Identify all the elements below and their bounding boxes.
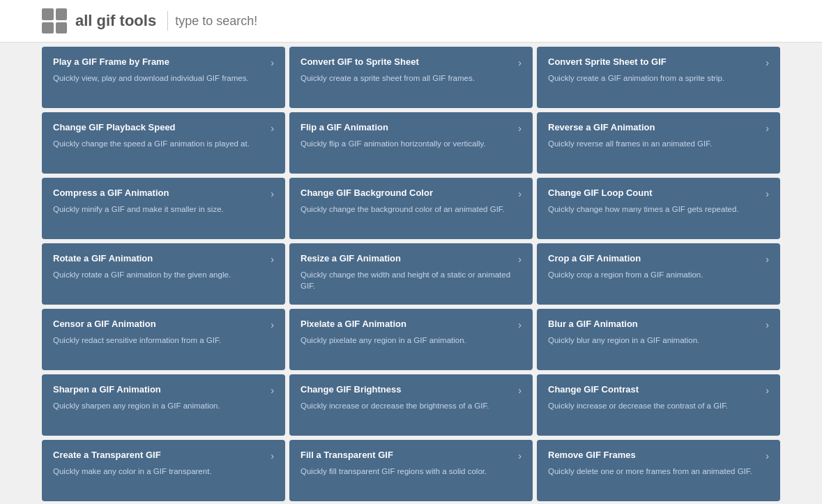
tool-title: Remove GIF Frames <box>548 450 766 461</box>
header-divider <box>167 11 168 31</box>
tool-card-header: Pixelate a GIF Animation › <box>300 319 522 330</box>
arrow-icon: › <box>766 385 769 396</box>
tool-card-convert-gif-sprite[interactable]: Convert GIF to Sprite Sheet › Quickly cr… <box>289 47 533 108</box>
tool-title: Rotate a GIF Animation <box>53 253 271 265</box>
arrow-icon: › <box>766 450 769 461</box>
tool-desc: Quickly increase or decrease the contras… <box>548 400 769 411</box>
tool-card-header: Convert GIF to Sprite Sheet › <box>300 56 522 68</box>
tool-card-blur-gif[interactable]: Blur a GIF Animation › Quickly blur any … <box>537 309 780 370</box>
tool-card-header: Create a Transparent GIF › <box>53 450 274 461</box>
arrow-icon: › <box>271 123 274 134</box>
arrow-icon: › <box>518 57 522 68</box>
logo-icon <box>42 8 67 33</box>
search-input[interactable] <box>175 14 356 29</box>
arrow-icon: › <box>766 123 769 134</box>
tool-card-header: Change GIF Playback Speed › <box>53 122 274 134</box>
tool-desc: Quickly view, play and download individu… <box>53 72 274 84</box>
arrow-icon: › <box>766 57 769 68</box>
tool-desc: Quickly reverse all frames in an animate… <box>548 138 769 149</box>
tool-desc: Quickly pixelate any region in a GIF ani… <box>300 335 522 346</box>
tool-card-header: Change GIF Loop Count › <box>548 188 769 199</box>
tool-card-header: Change GIF Brightness › <box>300 384 522 396</box>
tool-card-change-gif-bg[interactable]: Change GIF Background Color › Quickly ch… <box>289 178 533 239</box>
tool-title: Censor a GIF Animation <box>53 319 271 330</box>
tool-card-crop-gif[interactable]: Crop a GIF Animation › Quickly crop a re… <box>537 243 780 305</box>
tool-card-change-gif-brightness[interactable]: Change GIF Brightness › Quickly increase… <box>289 374 533 436</box>
tool-card-fill-transparent-gif[interactable]: Fill a Transparent GIF › Quickly fill tr… <box>289 440 533 501</box>
tool-desc: Quickly minify a GIF and make it smaller… <box>53 204 274 215</box>
arrow-icon: › <box>271 319 274 330</box>
tool-desc: Quickly make any color in a GIF transpar… <box>53 466 274 477</box>
tool-title: Change GIF Playback Speed <box>53 122 271 134</box>
tool-card-header: Remove GIF Frames › <box>548 450 769 461</box>
tool-desc: Quickly change the width and height of a… <box>300 269 522 291</box>
tool-card-play-gif-frame[interactable]: Play a GIF Frame by Frame › Quickly view… <box>42 47 285 108</box>
arrow-icon: › <box>518 123 522 134</box>
arrow-icon: › <box>271 254 274 265</box>
tool-title: Blur a GIF Animation <box>548 319 766 330</box>
tool-card-change-gif-loop[interactable]: Change GIF Loop Count › Quickly change h… <box>537 178 780 239</box>
tool-desc: Quickly blur any region in a GIF animati… <box>548 335 769 346</box>
tool-card-header: Resize a GIF Animation › <box>300 253 522 265</box>
tool-card-reverse-gif[interactable]: Reverse a GIF Animation › Quickly revers… <box>537 112 780 174</box>
arrow-icon: › <box>271 450 274 461</box>
tool-card-convert-sprite-gif[interactable]: Convert Sprite Sheet to GIF › Quickly cr… <box>537 47 780 108</box>
tool-desc: Quickly fill transparent GIF regions wit… <box>300 466 522 477</box>
arrow-icon: › <box>518 319 522 330</box>
tool-title: Create a Transparent GIF <box>53 450 271 461</box>
tool-card-remove-gif-frames[interactable]: Remove GIF Frames › Quickly delete one o… <box>537 440 780 501</box>
tool-desc: Quickly redact sensitive information fro… <box>53 335 274 346</box>
tool-card-sharpen-gif[interactable]: Sharpen a GIF Animation › Quickly sharpe… <box>42 374 285 436</box>
tool-title: Change GIF Background Color <box>300 188 518 199</box>
arrow-icon: › <box>518 188 522 199</box>
tool-card-header: Compress a GIF Animation › <box>53 188 274 199</box>
arrow-icon: › <box>766 254 769 265</box>
tool-title: Change GIF Brightness <box>300 384 518 396</box>
tool-desc: Quickly increase or decrease the brightn… <box>300 400 522 411</box>
arrow-icon: › <box>271 188 274 199</box>
tool-desc: Quickly delete one or more frames from a… <box>548 466 769 477</box>
tool-title: Change GIF Loop Count <box>548 188 766 199</box>
tool-card-censor-gif[interactable]: Censor a GIF Animation › Quickly redact … <box>42 309 285 370</box>
arrow-icon: › <box>271 57 274 68</box>
tool-card-header: Convert Sprite Sheet to GIF › <box>548 56 769 68</box>
tool-title: Reverse a GIF Animation <box>548 122 766 134</box>
tool-title: Compress a GIF Animation <box>53 188 271 199</box>
header-title: all gif tools <box>75 12 156 30</box>
arrow-icon: › <box>518 385 522 396</box>
tool-card-rotate-gif[interactable]: Rotate a GIF Animation › Quickly rotate … <box>42 243 285 305</box>
tool-title: Flip a GIF Animation <box>300 122 518 134</box>
tool-card-create-transparent-gif[interactable]: Create a Transparent GIF › Quickly make … <box>42 440 285 501</box>
arrow-icon: › <box>766 188 769 199</box>
tool-desc: Quickly create a sprite sheet from all G… <box>300 72 522 84</box>
tool-card-header: Change GIF Contrast › <box>548 384 769 396</box>
tool-card-flip-gif[interactable]: Flip a GIF Animation › Quickly flip a GI… <box>289 112 533 174</box>
arrow-icon: › <box>518 450 522 461</box>
tool-desc: Quickly sharpen any region in a GIF anim… <box>53 400 274 411</box>
header: all gif tools <box>0 0 822 43</box>
arrow-icon: › <box>518 254 522 265</box>
tool-card-change-gif-speed[interactable]: Change GIF Playback Speed › Quickly chan… <box>42 112 285 174</box>
tool-card-header: Crop a GIF Animation › <box>548 253 769 265</box>
tool-title: Convert Sprite Sheet to GIF <box>548 56 766 68</box>
tool-title: Pixelate a GIF Animation <box>300 319 518 330</box>
tool-card-header: Censor a GIF Animation › <box>53 319 274 330</box>
tool-title: Play a GIF Frame by Frame <box>53 56 271 68</box>
tool-card-resize-gif[interactable]: Resize a GIF Animation › Quickly change … <box>289 243 533 305</box>
tool-card-change-gif-contrast[interactable]: Change GIF Contrast › Quickly increase o… <box>537 374 780 436</box>
tool-title: Sharpen a GIF Animation <box>53 384 271 396</box>
tool-card-header: Sharpen a GIF Animation › <box>53 384 274 396</box>
arrow-icon: › <box>271 385 274 396</box>
tool-card-header: Rotate a GIF Animation › <box>53 253 274 265</box>
tool-card-compress-gif[interactable]: Compress a GIF Animation › Quickly minif… <box>42 178 285 239</box>
tool-title: Change GIF Contrast <box>548 384 766 396</box>
tool-card-header: Change GIF Background Color › <box>300 188 522 199</box>
tool-desc: Quickly change the background color of a… <box>300 204 522 215</box>
tool-title: Resize a GIF Animation <box>300 253 518 265</box>
tool-desc: Quickly create a GIF animation from a sp… <box>548 72 769 84</box>
tool-title: Convert GIF to Sprite Sheet <box>300 56 518 68</box>
tool-card-pixelate-gif[interactable]: Pixelate a GIF Animation › Quickly pixel… <box>289 309 533 370</box>
tool-desc: Quickly change how many times a GIF gets… <box>548 204 769 215</box>
tool-card-header: Flip a GIF Animation › <box>300 122 522 134</box>
tool-title: Crop a GIF Animation <box>548 253 766 265</box>
